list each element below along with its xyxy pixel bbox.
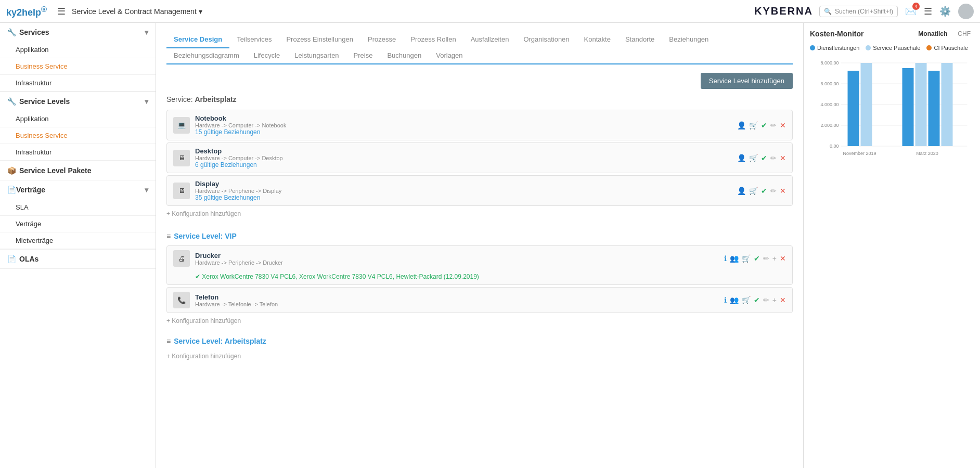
sidebar-header-services[interactable]: 🔧Services ▾: [0, 23, 156, 42]
svg-text:März 2020: März 2020: [916, 151, 938, 156]
group-icon-2[interactable]: 👥: [730, 296, 739, 304]
check-icon-5[interactable]: ✔: [754, 296, 760, 304]
chevron-icon: ▾: [145, 28, 148, 36]
tab-prozess-rollen[interactable]: Prozess Rollen: [403, 31, 463, 48]
app-logo: ky2help®: [6, 5, 47, 18]
close-icon-5[interactable]: ✕: [780, 296, 786, 304]
search-box[interactable]: 🔍 Suchen (Ctrl+Shift+f): [819, 6, 898, 17]
sidebar-item-applikation-1[interactable]: Applikation: [0, 42, 156, 58]
sidebar-item-business-service-2[interactable]: Business Service: [0, 127, 156, 144]
tab-prozesse[interactable]: Prozesse: [360, 31, 403, 48]
tab-ausfallzeiten[interactable]: Ausfallzeiten: [463, 31, 517, 48]
info-icon[interactable]: ℹ: [724, 254, 727, 263]
close-icon-3[interactable]: ✕: [780, 187, 786, 195]
sl-section-arbeitsplatz: ≡ Service Level: Arbeitsplatz + Konfigur…: [166, 337, 793, 362]
sidebar-section-service-levels: 🔧Service Levels ▾ Applikation Business S…: [0, 92, 156, 161]
sidebar-item-infrastruktur-1[interactable]: Infrastruktur: [0, 75, 156, 92]
tab-kontakte[interactable]: Kontakte: [577, 31, 618, 48]
wrench-icon-2: 🔧: [7, 97, 16, 106]
telefon-actions: ℹ 👥 🛒 ✔ ✏ + ✕: [724, 296, 786, 304]
add-config-sl-arbeitsplatz[interactable]: + Konfiguration hinzufügen: [166, 350, 793, 362]
desktop-actions: 👤 🛒 ✔ ✏ ✕: [737, 154, 786, 162]
tab-prozess-einstellungen[interactable]: Prozess Einstellungen: [279, 31, 360, 48]
check-icon-3[interactable]: ✔: [761, 187, 767, 195]
edit-icon-2[interactable]: ✏: [770, 154, 777, 162]
plus-icon-2[interactable]: +: [772, 296, 777, 304]
check-icon-2[interactable]: ✔: [761, 154, 767, 162]
close-icon[interactable]: ✕: [780, 121, 786, 129]
telefon-name: Telefon: [195, 293, 724, 301]
tab-beziehungen[interactable]: Beziehungen: [662, 31, 716, 48]
sidebar-item-infrastruktur-2[interactable]: Infrastruktur: [0, 144, 156, 161]
close-icon-2[interactable]: ✕: [780, 154, 786, 162]
check-icon-4[interactable]: ✔: [754, 254, 760, 263]
display-relations[interactable]: 35 gültige Beziehungen: [195, 194, 737, 201]
tab-beziehungsdiagramm[interactable]: Beziehungsdiagramm: [166, 47, 247, 64]
edit-icon[interactable]: ✏: [770, 121, 777, 129]
person-icon-3[interactable]: 👤: [737, 187, 746, 195]
sidebar-section-olas[interactable]: 📄 OLAs: [0, 250, 156, 269]
notebook-relations[interactable]: 15 gültige Beziehungen: [195, 128, 737, 136]
add-config-vip[interactable]: + Konfiguration hinzufügen: [166, 315, 793, 327]
avatar[interactable]: [958, 4, 974, 19]
notifications-button[interactable]: ✉️ 4: [905, 6, 917, 17]
panel-title: Kosten-Monitor: [810, 30, 863, 38]
sidebar-item-applikation-2[interactable]: Applikation: [0, 111, 156, 127]
hamburger-menu[interactable]: ☰: [57, 6, 66, 17]
sidebar-item-business-service-1[interactable]: Business Service: [0, 58, 156, 75]
messages-button[interactable]: ☰: [924, 6, 932, 17]
plus-icon[interactable]: +: [772, 254, 777, 263]
edit-icon-3[interactable]: ✏: [770, 187, 777, 195]
tab-leistungsarten[interactable]: Leistungsarten: [287, 47, 346, 64]
drucker-sub: ✔ Xerox WorkCentre 7830 V4 PCL6, Xerox W…: [167, 271, 792, 284]
tab-standorte[interactable]: Standorte: [618, 31, 662, 48]
cart-icon-4[interactable]: 🛒: [742, 254, 751, 263]
person-icon[interactable]: 👤: [737, 121, 746, 129]
panel-tab-chf[interactable]: CHF: [955, 29, 974, 38]
sl-item-telefon: 📞 Telefon Hardware -> Telefonie -> Telef…: [166, 287, 793, 313]
check-icon[interactable]: ✔: [761, 121, 767, 129]
add-service-level-button[interactable]: Service Level hinzufügen: [701, 73, 793, 89]
settings-button[interactable]: ⚙️: [939, 6, 951, 17]
add-config-arbeitsplatz[interactable]: + Konfiguration hinzufügen: [166, 208, 793, 219]
tab-preise[interactable]: Preise: [346, 47, 380, 64]
sidebar-item-sla[interactable]: SLA: [0, 199, 156, 216]
tab-teilservices[interactable]: Teilservices: [229, 31, 279, 48]
legend-dot-2: [866, 45, 871, 50]
group-icon[interactable]: 👥: [730, 254, 739, 263]
cart-icon-3[interactable]: 🛒: [749, 187, 758, 195]
tab-service-design[interactable]: Service Design: [166, 31, 229, 48]
legend-ci-pauschale: CI Pauschale: [926, 45, 968, 51]
chart-svg: 8.000,00 6.000,00 4.000,00 2.000,00 0,00: [810, 55, 974, 170]
svg-rect-11: [861, 63, 872, 146]
sidebar-item-mietvertraege[interactable]: Mietverträge: [0, 232, 156, 249]
desktop-relations[interactable]: 6 gültige Beziehungen: [195, 161, 737, 168]
sl-header-arbeitsplatz: ≡ Service Level: Arbeitsplatz: [166, 337, 793, 345]
sidebar-header-vertraege[interactable]: 📄Verträge ▾: [0, 180, 156, 199]
edit-icon-5[interactable]: ✏: [763, 296, 769, 304]
tab-vorlagen[interactable]: Vorlagen: [429, 47, 470, 64]
service-section-arbeitsplatz: Service: Arbeitsplatz 💻 Notebook Hardwar…: [166, 95, 793, 219]
tab-organisationen[interactable]: Organisationen: [516, 31, 576, 48]
tab-buchungen[interactable]: Buchungen: [380, 47, 429, 64]
edit-icon-4[interactable]: ✏: [763, 254, 769, 263]
panel-tab-monatlich[interactable]: Monatlich: [915, 29, 950, 38]
info-icon-2[interactable]: ℹ: [724, 296, 727, 304]
svg-text:8.000,00: 8.000,00: [820, 60, 839, 66]
svg-rect-10: [848, 71, 859, 146]
sidebar-section-service-level-pakete[interactable]: 📦 Service Level Pakete: [0, 161, 156, 180]
cart-icon[interactable]: 🛒: [749, 121, 758, 129]
sidebar-header-service-levels[interactable]: 🔧Service Levels ▾: [0, 92, 156, 111]
sidebar-item-vertraege[interactable]: Verträge: [0, 216, 156, 232]
drucker-actions: ℹ 👥 🛒 ✔ ✏ + ✕: [724, 254, 786, 263]
person-icon-2[interactable]: 👤: [737, 154, 746, 162]
tab-lifecycle[interactable]: Lifecycle: [247, 47, 288, 64]
sidebar: 🔧Services ▾ Applikation Business Service…: [0, 23, 156, 468]
telefon-icon: 📞: [173, 292, 190, 308]
notebook-actions: 👤 🛒 ✔ ✏ ✕: [737, 121, 786, 129]
ola-icon: 📄: [7, 255, 16, 263]
svg-rect-15: [942, 63, 953, 146]
close-icon-4[interactable]: ✕: [780, 254, 786, 263]
cart-icon-5[interactable]: 🛒: [742, 296, 751, 304]
cart-icon-2[interactable]: 🛒: [749, 154, 758, 162]
